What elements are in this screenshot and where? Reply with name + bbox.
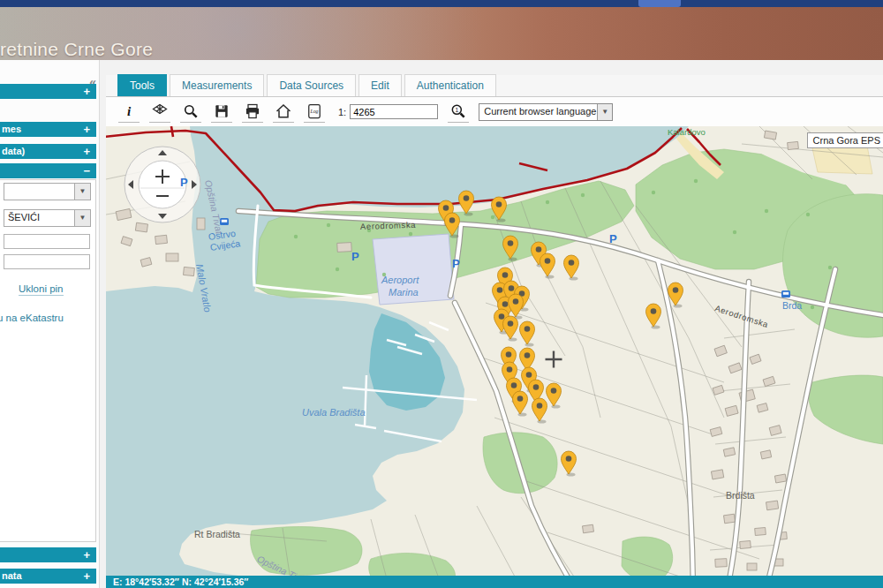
remove-pin-link[interactable]: Ukloni pin [19,283,64,296]
tab-authentication[interactable]: Authentication [404,74,496,96]
expand-icon[interactable]: + [83,547,90,562]
tab-bar: Tools Measurements Data Sources Edit Aut… [106,75,883,97]
sidebar-section-5[interactable]: + [0,547,96,562]
toolbar: i [106,97,883,126]
expand-icon[interactable]: + [83,144,90,159]
scale-control: 1: [338,104,438,119]
zoom-to-scale-button[interactable]: 1 [448,102,469,123]
sidebar-section-1[interactable]: + [0,84,96,99]
tab-data-sources[interactable]: Data Sources [267,74,356,96]
chevron-down-icon[interactable]: ▼ [74,210,90,226]
tab-edit[interactable]: Edit [358,74,402,96]
top-browser-strip [0,0,883,7]
language-select[interactable]: Current browser language ▼ [479,103,613,121]
collapse-section-icon[interactable]: − [83,163,90,178]
print-button[interactable] [242,102,263,123]
zoom-rectangle-button[interactable] [180,102,201,123]
home-button[interactable] [273,102,294,123]
magnifier-scale-icon: 1 [449,102,467,120]
scale-label: 1: [338,107,346,117]
app-title: retnine Crne Gore [0,39,153,60]
info-icon: i [127,104,131,119]
coordinate-easting: E: 18°42′53.32″ [113,576,179,588]
sidebar-section-2[interactable]: mes + [0,122,96,137]
parcel-input-1[interactable] [4,234,90,249]
home-icon [275,102,292,120]
layers-icon [151,102,169,120]
coordinate-northing: N: 42°24′15.36″ [182,576,248,588]
map-pan-zoom-control[interactable] [125,147,200,222]
svg-text:Log: Log [309,109,318,114]
ekatastar-link[interactable]: u na eKatastru [0,313,64,324]
sidebar-section-3[interactable]: data) + [0,144,96,159]
expand-icon[interactable]: + [83,84,90,99]
airport-apron [373,234,454,305]
sidebar-section-4[interactable]: − [0,163,96,178]
sidebar-search-panel: ▼ ŠEVIĆI ▼ Ukloni pin u na eKatastru [0,179,96,542]
bus-stop-icon [781,290,790,298]
app-header: retnine Crne Gore [0,7,883,60]
tab-tools[interactable]: Tools [117,74,167,96]
crs-label: Crna Gora EPS [807,132,883,148]
map-svg [106,126,883,588]
save-icon [213,102,230,120]
info-button[interactable]: i [118,102,140,123]
expand-icon[interactable]: + [83,569,90,584]
parcel-input-2[interactable] [4,254,90,269]
save-button[interactable] [211,102,232,123]
sidebar-select-top[interactable]: ▼ [4,183,91,200]
svg-text:1: 1 [456,107,459,113]
status-bar: E: 18°42′53.32″ N: 42°24′15.36″ [106,576,883,588]
expand-icon[interactable]: + [83,122,90,137]
bus-stop-icon [220,218,229,225]
printer-icon [244,102,261,120]
map-container[interactable]: KalardovoOpština TivatOstrvoCvijećaMalo … [106,126,883,588]
chevron-down-icon[interactable]: ▼ [597,104,612,120]
log-icon: Log [306,102,323,120]
scale-input[interactable] [350,104,438,119]
municipality-select[interactable]: ŠEVIĆI ▼ [4,209,91,227]
sidebar-section-6[interactable]: nata + [0,569,96,584]
top-strip-accent [638,0,681,7]
chevron-down-icon[interactable]: ▼ [74,184,90,200]
magnifier-icon [182,102,200,120]
sidebar: « + mes + data) + − ▼ ŠEVIĆI ▼ Ukloni pi… [0,60,100,588]
main-panel: Tools Measurements Data Sources Edit Aut… [106,60,883,588]
log-button[interactable]: Log [304,102,325,123]
legend-button[interactable] [149,102,170,123]
tab-measurements[interactable]: Measurements [170,74,264,96]
